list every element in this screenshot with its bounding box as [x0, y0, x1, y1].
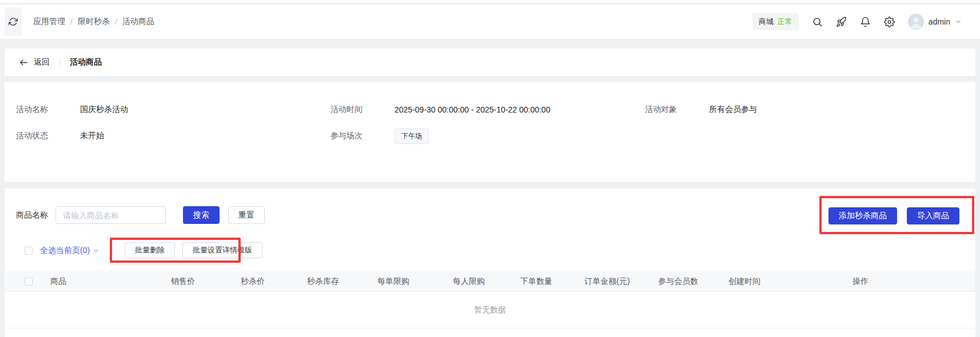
back-bar: 返回 活动商品: [5, 49, 975, 76]
avatar: [908, 14, 924, 30]
batch-delete-button[interactable]: 批量删除: [125, 242, 175, 258]
search-icon: [812, 17, 823, 27]
topbar: 应用管理 / 限时秒杀 / 活动商品 商城 正常: [0, 5, 980, 39]
field-activity-status: 活动状态 未开始: [16, 129, 104, 143]
shop-badge-name: 商城: [759, 17, 774, 27]
field-value: 所有会员参与: [709, 105, 757, 115]
field-label: 参与场次: [330, 131, 395, 141]
breadcrumb-separator: /: [115, 17, 117, 26]
col-create-time: 创建时间: [728, 276, 760, 287]
import-goods-button[interactable]: 导入商品: [907, 207, 959, 224]
empty-state: 暂无数据: [5, 292, 975, 328]
field-activity-name: 活动名称 国庆秒杀活动: [16, 103, 128, 117]
search-button[interactable]: 搜索: [183, 206, 220, 224]
empty-text: 暂无数据: [474, 305, 506, 315]
field-activity-session: 参与场次 下午场: [330, 129, 429, 143]
batch-row: 全选当前页(0): [25, 242, 99, 259]
goods-panel: 商品名称 搜索 重置 添加秒杀商品 导入商品 全选当前页(0) 批量删除 批量设…: [5, 188, 975, 337]
topbar-actions: 商城 正常: [752, 13, 980, 30]
col-seckill-price: 秒杀价: [241, 276, 265, 287]
col-goods: 商品: [50, 276, 66, 287]
col-per-order-limit: 每单限购: [377, 276, 409, 287]
select-all-checkbox[interactable]: [25, 247, 33, 255]
field-value: 国庆秒杀活动: [80, 105, 128, 115]
select-all-link[interactable]: 全选当前页(0): [40, 246, 99, 256]
table-header: 商品 销售价 秒杀价 秒杀库存 每单限购 每人限购 下单数量 订单金额(元) 参…: [5, 271, 975, 292]
activity-info-panel: 活动名称 国庆秒杀活动 活动时间 2025-09-30 00:00:00 - 2…: [5, 82, 975, 182]
refresh-button[interactable]: [5, 7, 22, 36]
arrow-left-icon: [19, 58, 29, 67]
col-per-user-limit: 每人限购: [453, 276, 485, 287]
batch-set-template-button[interactable]: 批量设置详情模版: [182, 242, 262, 258]
session-tag: 下午场: [395, 129, 429, 144]
reset-button[interactable]: 重置: [228, 206, 265, 224]
notifications-button[interactable]: [860, 17, 871, 27]
gear-icon: [884, 17, 895, 27]
col-seckill-stock: 秒杀库存: [307, 276, 339, 287]
search-row: 商品名称 搜索 重置: [16, 206, 265, 224]
search-label: 商品名称: [16, 210, 48, 220]
col-sale-price: 销售价: [171, 276, 195, 287]
refresh-icon: [9, 17, 18, 26]
breadcrumb-item-app-manage[interactable]: 应用管理: [33, 17, 65, 27]
field-value: 未开始: [80, 131, 104, 141]
field-label: 活动名称: [16, 105, 80, 115]
shop-status-badge[interactable]: 商城 正常: [752, 13, 799, 30]
field-activity-time: 活动时间 2025-09-30 00:00:00 - 2025-10-22 00…: [330, 103, 550, 117]
col-order-count: 下单数量: [520, 276, 552, 287]
breadcrumb: 应用管理 / 限时秒杀 / 活动商品: [33, 17, 154, 27]
col-order-amount: 订单金额(元): [584, 276, 630, 287]
field-label: 活动对象: [645, 105, 709, 115]
col-operation: 操作: [852, 276, 869, 287]
back-label: 返回: [34, 57, 50, 67]
rocket-icon: [836, 17, 847, 27]
settings-button[interactable]: [884, 17, 895, 27]
field-label: 活动状态: [16, 131, 80, 141]
goods-name-input[interactable]: [55, 206, 166, 224]
breadcrumb-item-flash-sale[interactable]: 限时秒杀: [78, 17, 110, 27]
field-value: 2025-09-30 00:00:00 - 2025-10-22 00:00:0…: [395, 105, 550, 114]
breadcrumb-item-activity-goods: 活动商品: [122, 17, 154, 27]
header-checkbox[interactable]: [25, 278, 33, 286]
field-activity-target: 活动对象 所有会员参与: [645, 103, 757, 117]
top-actions: 添加秒杀商品 导入商品: [828, 207, 959, 224]
field-label: 活动时间: [330, 105, 395, 115]
search-button-topbar[interactable]: [812, 17, 823, 27]
user-menu[interactable]: admin: [908, 14, 962, 30]
select-all-label: 全选当前页(0): [40, 246, 90, 256]
chevron-down-icon: [955, 18, 962, 25]
back-button[interactable]: 返回: [19, 57, 50, 67]
user-name: admin: [929, 17, 950, 26]
page-title: 活动商品: [70, 57, 102, 67]
person-icon: [908, 14, 924, 30]
window-top-edge: [0, 0, 980, 3]
divider: [59, 58, 60, 67]
bell-icon: [860, 17, 871, 27]
shop-badge-status: 正常: [778, 17, 792, 27]
chevron-down-icon: [93, 247, 99, 254]
add-seckill-goods-button[interactable]: 添加秒杀商品: [828, 207, 897, 224]
breadcrumb-separator: /: [70, 17, 73, 26]
col-member-count: 参与会员数: [658, 276, 698, 287]
rocket-button[interactable]: [836, 17, 847, 27]
batch-buttons: 批量删除 批量设置详情模版: [125, 242, 262, 258]
